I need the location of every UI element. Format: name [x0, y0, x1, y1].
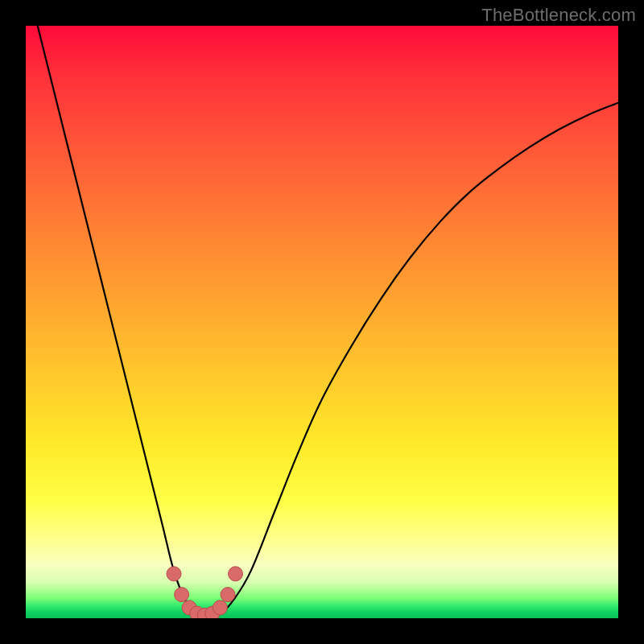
optimal-markers [167, 567, 243, 618]
chart-frame: TheBottleneck.com [0, 0, 644, 644]
optimal-marker [221, 588, 235, 602]
watermark-text: TheBottleneck.com [481, 5, 636, 26]
optimal-marker [213, 601, 227, 615]
optimal-marker [167, 567, 181, 581]
chart-svg [26, 26, 618, 618]
optimal-marker [175, 588, 189, 602]
curve-layer [38, 26, 618, 615]
bottleneck-curve [38, 26, 618, 615]
plot-area [26, 26, 618, 618]
optimal-marker [229, 567, 243, 581]
